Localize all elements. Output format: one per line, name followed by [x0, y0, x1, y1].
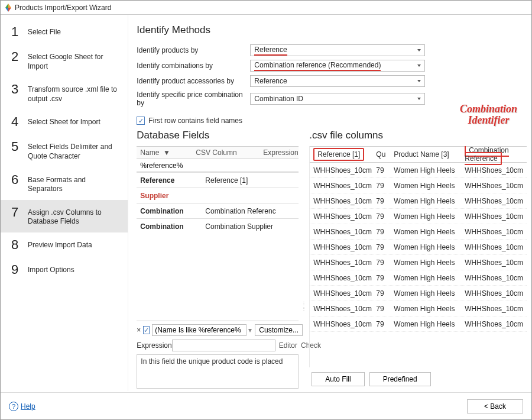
db-row[interactable]: Supplier [137, 188, 299, 203]
db-row-csv: Combination Supplier [202, 220, 299, 233]
select-value: Combination ID [254, 95, 303, 103]
csv-cell-name: Women High Heels [390, 305, 461, 313]
customize-button[interactable]: Customize... [255, 324, 303, 336]
csv-cell-comb: WHHShoes_10cm [461, 212, 527, 221]
step-7[interactable]: 7Assign .csv Columns to Database Fields [1, 200, 128, 232]
db-row[interactable]: Combination Combination Supplier [137, 218, 299, 234]
db-row[interactable]: Reference Reference [1] [137, 172, 299, 188]
first-row-checkbox[interactable]: ✓ First row contains field names [137, 117, 527, 125]
filter-expression-input[interactable] [152, 324, 246, 336]
step-3[interactable]: 3Transform source .xml file to output .c… [1, 77, 128, 109]
expression-label: Expression [137, 341, 171, 350]
csv-cell-qu: 79 [372, 274, 390, 282]
step-5[interactable]: 5Select Fields Delimiter and Quote Chara… [1, 134, 128, 167]
csv-row[interactable]: WHHShoes_10cm79Women High HeelsWHHShoes_… [310, 270, 527, 286]
db-row-csv: Reference [1] [202, 174, 299, 187]
csv-cell-name: Women High Heels [390, 259, 461, 267]
step-label: Select File [25, 25, 61, 37]
db-row[interactable]: Combination Combination Referenc [137, 203, 299, 218]
col-csv[interactable]: CSV Column [192, 148, 259, 157]
csv-cell-qu: 79 [372, 197, 390, 205]
csv-cell-ref: WHHShoes_10cm [310, 182, 372, 190]
window-title: Products Import/Export Wizard [15, 4, 111, 12]
csv-columns-title: .csv file columns [309, 130, 527, 141]
csv-cell-ref: WHHShoes_10cm [310, 243, 372, 251]
csv-row[interactable]: WHHShoes_10cm79Women High HeelsWHHShoes_… [310, 301, 527, 316]
editor-link[interactable]: Editor [279, 341, 297, 350]
database-fields-panel: Database Fields Name ▼ CSV Column Expres… [137, 128, 302, 389]
chevron-down-icon [417, 80, 421, 82]
step-4[interactable]: 4Select Sheet for Import [1, 109, 128, 134]
step-label: Preview Import Data [25, 238, 92, 250]
csv-cell-ref: WHHShoes_10cm [310, 197, 372, 205]
csv-cell-ref: WHHShoes_10cm [310, 228, 372, 236]
csv-cell-ref: WHHShoes_10cm [310, 305, 372, 313]
csv-row[interactable]: WHHShoes_10cm79Women High HeelsWHHShoes_… [310, 178, 527, 193]
step-2[interactable]: 2Select Google Sheet for Import [1, 44, 128, 77]
identify-products-select[interactable]: Reference [250, 44, 425, 56]
predefined-button[interactable]: Predefined [369, 372, 431, 386]
step-label: Assign .csv Columns to Database Fields [25, 206, 120, 227]
csv-cell-qu: 79 [372, 228, 390, 236]
csv-cell-comb: WHHShoes_10cm [461, 166, 527, 175]
csv-cell-name: Women High Heels [390, 289, 461, 298]
identify-combinations-label: Identify combinations by [137, 62, 250, 70]
csv-head-name[interactable]: Product Name [3] [390, 150, 461, 159]
db-row-name: Combination [137, 205, 202, 218]
section-title: Identify Methods [137, 24, 527, 36]
back-button[interactable]: < Back [467, 399, 523, 413]
identify-combinations-select[interactable]: Combination reference (Recommended) [250, 60, 425, 72]
identify-accessories-label: Identify product accessories by [137, 77, 250, 85]
db-row-name: Supplier [137, 189, 202, 202]
chevron-down-icon[interactable]: ▾ [248, 326, 252, 334]
step-label: Transform source .xml file to output .cs… [25, 83, 120, 104]
db-search-input[interactable] [137, 159, 202, 172]
csv-row[interactable]: WHHShoes_10cm79Women High HeelsWHHShoes_… [310, 255, 527, 270]
db-row-name: Combination [137, 220, 202, 233]
csv-cell-comb: WHHShoes_10cm [461, 305, 527, 313]
step-6[interactable]: 6Base Formats and Separators [1, 167, 128, 200]
help-icon: ? [9, 402, 18, 411]
csv-cell-qu: 79 [372, 259, 390, 267]
csv-row[interactable]: WHHShoes_10cm79Women High HeelsWHHShoes_… [310, 193, 527, 209]
help-label: Help [21, 402, 35, 411]
step-9[interactable]: 9Import Options [1, 257, 128, 282]
csv-row[interactable]: WHHShoes_10cm79Women High HeelsWHHShoes_… [310, 286, 527, 301]
csv-row[interactable]: WHHShoes_10cm79Women High HeelsWHHShoes_… [310, 224, 527, 240]
col-expr[interactable]: Expression [259, 148, 299, 157]
csv-cell-comb: WHHShoes_10cm [461, 182, 527, 190]
first-row-label: First row contains field names [148, 117, 242, 125]
expression-input[interactable] [172, 340, 275, 351]
auto-fill-button[interactable]: Auto Fill [312, 372, 364, 386]
csv-head-comb[interactable]: Combination Reference [465, 146, 508, 165]
filter-checkbox[interactable]: ✓ [143, 326, 150, 334]
csv-cell-comb: WHHShoes_10cm [461, 320, 527, 328]
csv-head-ref[interactable]: Reference [1] [313, 148, 364, 161]
identify-price-select[interactable]: Combination ID [250, 93, 425, 105]
chevron-down-icon [417, 64, 421, 67]
content-area: 1Select File 2Select Google Sheet for Im… [1, 15, 531, 391]
step-8[interactable]: 8Preview Import Data [1, 232, 128, 257]
csv-cell-qu: 79 [372, 305, 390, 313]
csv-row[interactable]: WHHShoes_10cm79Women High HeelsWHHShoes_… [310, 316, 527, 332]
window-titlebar: Products Import/Export Wizard [1, 1, 531, 15]
help-link[interactable]: ? Help [9, 402, 35, 411]
wizard-footer: ? Help < Back [1, 392, 531, 419]
csv-columns-panel: .csv file columns Reference [1] Qu Produ… [306, 128, 527, 389]
db-fields-title: Database Fields [137, 130, 299, 141]
db-row-csv: Combination Referenc [202, 205, 299, 218]
step-label: Base Formats and Separators [25, 173, 120, 194]
csv-row[interactable]: WHHShoes_10cm79Women High HeelsWHHShoes_… [310, 209, 527, 224]
clear-filter-icon[interactable]: × [137, 326, 141, 334]
field-help-text: In this field the unique product code is… [137, 354, 299, 389]
step-1[interactable]: 1Select File [1, 20, 128, 44]
chevron-down-icon [417, 98, 421, 100]
csv-row[interactable]: WHHShoes_10cm79Women High HeelsWHHShoes_… [310, 240, 527, 255]
csv-cell-ref: WHHShoes_10cm [310, 212, 372, 221]
csv-head-qu[interactable]: Qu [372, 150, 390, 159]
csv-cell-ref: WHHShoes_10cm [310, 259, 372, 267]
csv-header-row: Reference [1] Qu Product Name [3] Combin… [310, 146, 527, 163]
wizard-steps-sidebar: 1Select File 2Select Google Sheet for Im… [1, 15, 128, 391]
col-name[interactable]: Name ▼ [137, 148, 192, 157]
identify-accessories-select[interactable]: Reference [250, 75, 425, 87]
